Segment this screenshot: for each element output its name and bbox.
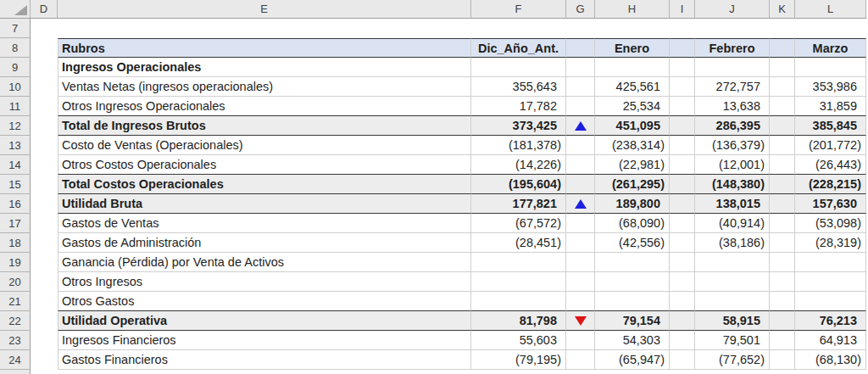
cell-K16[interactable] xyxy=(770,194,795,214)
row-header-21[interactable]: 21 xyxy=(0,292,31,311)
cell-D24[interactable] xyxy=(31,350,58,370)
cell-E8[interactable]: Rubros xyxy=(58,38,471,58)
cell-K10[interactable] xyxy=(770,77,795,97)
cell-G16[interactable] xyxy=(566,194,595,214)
cell-I19[interactable] xyxy=(670,253,695,272)
cell-K23[interactable] xyxy=(770,331,795,350)
cell-L12[interactable]: 385,845 xyxy=(795,116,866,136)
row-header-17[interactable]: 17 xyxy=(0,214,31,233)
cell-J9[interactable] xyxy=(695,58,770,77)
row-header-11[interactable]: 11 xyxy=(0,97,31,116)
cell-D12[interactable] xyxy=(31,116,58,136)
cell-K21[interactable] xyxy=(770,292,795,311)
cell-E14[interactable]: Otros Costos Operacionales xyxy=(58,155,471,175)
column-header-L[interactable]: L xyxy=(795,0,866,19)
cell-F8[interactable]: Dic_Año_Ant. xyxy=(471,38,566,58)
cell-G10[interactable] xyxy=(566,77,595,97)
cell-G22[interactable] xyxy=(566,311,595,331)
cell-H18[interactable]: (42,556) xyxy=(595,233,670,253)
cell-H10[interactable]: 425,561 xyxy=(595,77,670,97)
cell-I20[interactable] xyxy=(670,272,695,292)
column-header-E[interactable]: E xyxy=(58,0,471,19)
column-header-H[interactable]: H xyxy=(595,0,670,19)
cell-L15[interactable]: (228,215) xyxy=(795,175,866,194)
cell-H22[interactable]: 79,154 xyxy=(595,311,670,331)
cell-E18[interactable]: Gastos de Administración xyxy=(58,233,471,253)
cell-H12[interactable]: 451,095 xyxy=(595,116,670,136)
cell-I18[interactable] xyxy=(670,233,695,253)
cell-L18[interactable]: (28,319) xyxy=(795,233,866,253)
cell-E17[interactable]: Gastos de Ventas xyxy=(58,214,471,233)
cell-D18[interactable] xyxy=(31,233,58,253)
cell-I23[interactable] xyxy=(670,331,695,350)
cell-E22[interactable]: Utilidad Operativa xyxy=(58,311,471,331)
cell-G18[interactable] xyxy=(566,233,595,253)
cell-H20[interactable] xyxy=(595,272,670,292)
cell-G13[interactable] xyxy=(566,136,595,155)
row-header-12[interactable]: 12 xyxy=(0,116,31,136)
cell-H11[interactable]: 25,534 xyxy=(595,97,670,116)
cell-G11[interactable] xyxy=(566,97,595,116)
row-header-24[interactable]: 24 xyxy=(0,350,31,370)
row-header-19[interactable]: 19 xyxy=(0,253,31,272)
cell-F19[interactable] xyxy=(471,253,566,272)
cell-G20[interactable] xyxy=(566,272,595,292)
cell-I21[interactable] xyxy=(670,292,695,311)
cell-D16[interactable] xyxy=(31,194,58,214)
cell-L13[interactable]: (201,772) xyxy=(795,136,866,155)
cell-E12[interactable]: Total de Ingresos Brutos xyxy=(58,116,471,136)
cell-I15[interactable] xyxy=(670,175,695,194)
cell-K17[interactable] xyxy=(770,214,795,233)
cell-J21[interactable] xyxy=(695,292,770,311)
row-header-18[interactable]: 18 xyxy=(0,233,31,253)
cell-K8[interactable] xyxy=(770,38,795,58)
cell-K20[interactable] xyxy=(770,272,795,292)
cell-D11[interactable] xyxy=(31,97,58,116)
cell-F24[interactable]: (79,195) xyxy=(471,350,566,370)
cell-E21[interactable]: Otros Gastos xyxy=(58,292,471,311)
cell-D15[interactable] xyxy=(31,175,58,194)
cell-G21[interactable] xyxy=(566,292,595,311)
cell-L21[interactable] xyxy=(795,292,866,311)
cell-H17[interactable]: (68,090) xyxy=(595,214,670,233)
cell-K15[interactable] xyxy=(770,175,795,194)
cell-L19[interactable] xyxy=(795,253,866,272)
row-header-16[interactable]: 16 xyxy=(0,194,31,214)
cell-K9[interactable] xyxy=(770,58,795,77)
cell-H14[interactable]: (22,981) xyxy=(595,155,670,175)
row-header-14[interactable]: 14 xyxy=(0,155,31,175)
cell-I12[interactable] xyxy=(670,116,695,136)
cell-L14[interactable]: (26,443) xyxy=(795,155,866,175)
cell-K18[interactable] xyxy=(770,233,795,253)
cell-E10[interactable]: Ventas Netas (ingresos operacionales) xyxy=(58,77,471,97)
cell-H13[interactable]: (238,314) xyxy=(595,136,670,155)
cell-D8[interactable] xyxy=(31,38,58,58)
cell-G12[interactable] xyxy=(566,116,595,136)
row-header-22[interactable]: 22 xyxy=(0,311,31,331)
column-header-D[interactable]: D xyxy=(31,0,58,19)
column-header-G[interactable]: G xyxy=(566,0,595,19)
cell-J8[interactable]: Febrero xyxy=(695,38,770,58)
cell-I17[interactable] xyxy=(670,214,695,233)
row-7-cells[interactable] xyxy=(31,19,866,38)
row-header-23[interactable]: 23 xyxy=(0,331,31,350)
column-header-F[interactable]: F xyxy=(471,0,566,19)
cell-D22[interactable] xyxy=(31,311,58,331)
cell-G19[interactable] xyxy=(566,253,595,272)
cell-H15[interactable]: (261,295) xyxy=(595,175,670,194)
cell-J16[interactable]: 138,015 xyxy=(695,194,770,214)
cell-E9[interactable]: Ingresos Operacionales xyxy=(58,58,471,77)
cell-F10[interactable]: 355,643 xyxy=(471,77,566,97)
cell-E13[interactable]: Costo de Ventas (Operacionales) xyxy=(58,136,471,155)
cell-L24[interactable]: (68,130) xyxy=(795,350,866,370)
cell-J14[interactable]: (12,001) xyxy=(695,155,770,175)
cell-L11[interactable]: 31,859 xyxy=(795,97,866,116)
cell-K14[interactable] xyxy=(770,155,795,175)
cell-J15[interactable]: (148,380) xyxy=(695,175,770,194)
cell-K11[interactable] xyxy=(770,97,795,116)
cell-K22[interactable] xyxy=(770,311,795,331)
cell-D17[interactable] xyxy=(31,214,58,233)
cell-J20[interactable] xyxy=(695,272,770,292)
cell-I8[interactable] xyxy=(670,38,695,58)
cell-L16[interactable]: 157,630 xyxy=(795,194,866,214)
